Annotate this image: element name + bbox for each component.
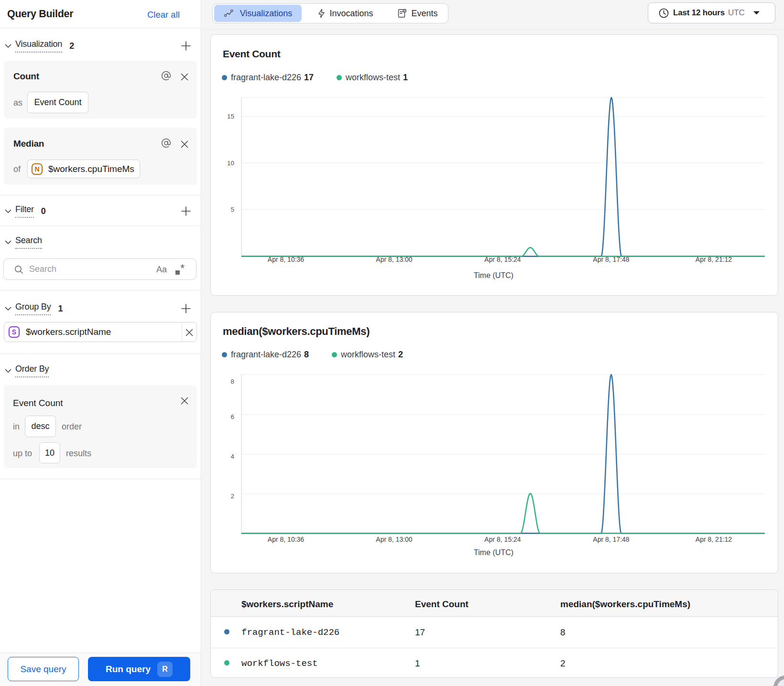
- svg-text:2: 2: [230, 493, 234, 500]
- svg-text:Apr 8, 13:00: Apr 8, 13:00: [376, 256, 412, 263]
- svg-text:Apr 8, 10:36: Apr 8, 10:36: [268, 536, 304, 543]
- svg-text:15: 15: [227, 113, 234, 120]
- svg-text:Time (UTC): Time (UTC): [474, 271, 513, 279]
- svg-text:Apr 8, 21:12: Apr 8, 21:12: [696, 256, 732, 263]
- svg-text:8: 8: [230, 378, 234, 385]
- svg-text:Apr 8, 13:00: Apr 8, 13:00: [376, 536, 412, 543]
- svg-text:Apr 8, 15:24: Apr 8, 15:24: [484, 256, 521, 263]
- svg-text:Time (UTC): Time (UTC): [474, 548, 513, 557]
- svg-text:*: *: [180, 264, 185, 275]
- svg-text:Apr 8, 21:12: Apr 8, 21:12: [696, 536, 732, 543]
- svg-text:6: 6: [230, 413, 234, 420]
- svg-text:Apr 8, 17:48: Apr 8, 17:48: [593, 256, 629, 263]
- svg-text:Apr 8, 17:48: Apr 8, 17:48: [593, 536, 629, 543]
- svg-text:Apr 8, 10:36: Apr 8, 10:36: [268, 256, 304, 263]
- svg-text:Apr 8, 15:24: Apr 8, 15:24: [484, 536, 521, 543]
- svg-text:4: 4: [230, 453, 234, 460]
- svg-text:5: 5: [230, 206, 234, 213]
- svg-text:10: 10: [227, 160, 234, 167]
